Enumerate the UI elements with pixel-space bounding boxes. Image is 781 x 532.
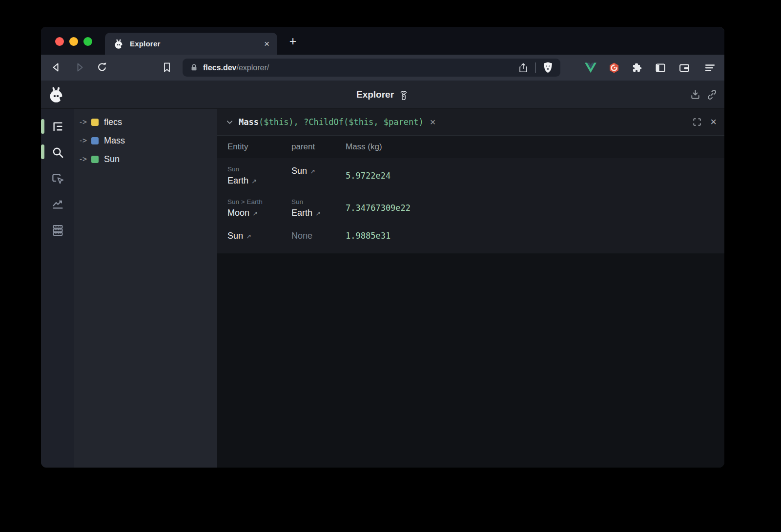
query-panel-active-indicator — [41, 144, 44, 159]
results-table-body: Sun Earth↗ Sun↗ 5.9722e24 Sun > Earth Mo… — [217, 158, 724, 253]
fullscreen-icon[interactable] — [692, 117, 702, 127]
sidebar-toggle-icon[interactable] — [655, 62, 666, 74]
query-keyword: Mass — [239, 117, 259, 127]
query-clear-icon[interactable]: × — [430, 117, 436, 127]
mass-value: 5.9722e24 — [346, 171, 724, 181]
table-row: Sun Earth↗ Sun↗ 5.9722e24 — [227, 164, 724, 187]
entity-cell: Sun > Earth Moon↗ — [227, 197, 291, 220]
query-panel-close-icon[interactable]: × — [710, 117, 717, 127]
url-domain: flecs.dev — [203, 63, 236, 72]
lock-icon — [190, 63, 198, 72]
entity-link[interactable]: Sun↗ — [227, 229, 291, 242]
table-row: Sun > Earth Moon↗ Sun Earth↗ 7.34767309e… — [227, 197, 724, 220]
download-icon[interactable] — [690, 89, 701, 100]
parent-cell: Sun Earth↗ — [291, 197, 346, 220]
mass-value: 7.34767309e22 — [346, 203, 724, 213]
query-expression[interactable]: Mass($this), ?ChildOf($this, $parent) — [239, 117, 424, 127]
extensions-puzzle-icon[interactable] — [631, 62, 643, 74]
entity-cell: Sun↗ — [227, 229, 291, 242]
results-empty-area — [217, 253, 724, 468]
vue-devtools-icon[interactable] — [585, 62, 596, 74]
chevron-down-icon[interactable] — [225, 118, 234, 127]
expand-arrow-icon[interactable]: -> — [79, 136, 86, 145]
parent-link[interactable]: Sun↗ — [291, 164, 346, 177]
tree-item-label[interactable]: Mass — [104, 136, 125, 146]
results-table-header: Entity parent Mass (kg) — [217, 136, 724, 158]
inspector-icon[interactable] — [51, 172, 64, 185]
parent-cell: Sun↗ — [291, 164, 346, 187]
url-path: /explorer/ — [236, 63, 269, 72]
entity-path: Sun — [227, 164, 291, 174]
entity-cell: Sun Earth↗ — [227, 164, 291, 187]
browser-menu-icon[interactable] — [704, 62, 716, 74]
zoom-window-button[interactable] — [83, 37, 92, 46]
external-link-icon: ↗ — [246, 233, 251, 240]
entity-color-square — [91, 137, 99, 144]
window-controls — [55, 37, 92, 46]
search-query-icon[interactable] — [51, 146, 64, 159]
app-header-actions — [690, 89, 718, 100]
new-tab-button[interactable]: + — [287, 35, 299, 48]
browser-toolbar: flecs.dev/explorer/ — [41, 55, 724, 81]
hexagon-extension-icon[interactable] — [608, 62, 620, 74]
table-row: Sun↗ None 1.9885e31 — [227, 229, 724, 242]
expand-arrow-icon[interactable]: -> — [79, 155, 86, 164]
flecs-favicon — [113, 39, 124, 49]
browser-window: Explorer × + — [41, 27, 724, 468]
external-link-icon: ↗ — [251, 178, 257, 185]
mass-value: 1.9885e31 — [346, 231, 724, 241]
tree-item-label[interactable]: Sun — [104, 154, 120, 164]
reload-icon[interactable] — [96, 61, 108, 73]
tree-item-flecs[interactable]: -> flecs — [74, 113, 217, 131]
tab-title: Explorer — [130, 40, 160, 48]
panel-rail — [41, 109, 74, 468]
app-title: Explorer — [356, 89, 394, 100]
external-link-icon: ↗ — [252, 210, 258, 217]
external-link-icon: ↗ — [315, 210, 321, 217]
remote-connection-icon[interactable] — [398, 89, 409, 101]
entity-color-square — [91, 119, 99, 126]
tab-close-icon[interactable]: × — [264, 39, 269, 48]
column-header-mass: Mass (kg) — [346, 142, 724, 152]
app-title-group: Explorer — [41, 81, 724, 109]
query-header: Mass($this), ?ChildOf($this, $parent) × … — [217, 109, 724, 136]
parent-path: Sun — [291, 197, 346, 207]
screenshot-stage: Explorer × + — [0, 0, 781, 532]
entity-color-square — [91, 156, 99, 163]
app-header: Explorer — [41, 81, 724, 109]
entity-link[interactable]: Moon↗ — [227, 206, 291, 219]
external-link-icon: ↗ — [310, 168, 315, 175]
share-icon[interactable] — [518, 62, 529, 73]
link-icon[interactable] — [706, 89, 718, 100]
minimize-window-button[interactable] — [69, 37, 78, 46]
wallet-icon[interactable] — [678, 62, 690, 74]
brave-shield-icon[interactable] — [542, 61, 554, 74]
tab-strip: Explorer × + — [41, 27, 724, 55]
parent-link[interactable]: Earth↗ — [291, 206, 346, 219]
close-window-button[interactable] — [55, 37, 64, 46]
stats-chart-icon[interactable] — [51, 198, 64, 211]
query-terms: ($this), ?ChildOf($this, $parent) — [259, 117, 424, 127]
query-panel: Mass($this), ?ChildOf($this, $parent) × … — [217, 109, 724, 468]
back-icon[interactable] — [50, 61, 62, 73]
parent-none: None — [291, 229, 346, 242]
tree-item-mass[interactable]: -> Mass — [74, 131, 217, 150]
forward-icon[interactable] — [74, 61, 85, 73]
tree-panel-active-indicator — [41, 119, 44, 134]
tree-view-icon[interactable] — [51, 120, 64, 133]
expand-arrow-icon[interactable]: -> — [79, 118, 86, 126]
memory-rows-icon[interactable] — [51, 224, 64, 237]
bookmark-icon[interactable] — [161, 61, 173, 73]
tree-item-label[interactable]: flecs — [104, 117, 122, 127]
entity-path: Sun > Earth — [227, 197, 291, 207]
tree-item-sun[interactable]: -> Sun — [74, 150, 217, 168]
column-header-parent: parent — [291, 142, 346, 152]
entity-link[interactable]: Earth↗ — [227, 174, 291, 187]
parent-cell: None — [291, 229, 346, 242]
main-area: -> flecs -> Mass -> Sun — [41, 109, 724, 468]
entity-tree-panel: -> flecs -> Mass -> Sun — [74, 109, 217, 468]
browser-tab[interactable]: Explorer × — [105, 33, 277, 55]
urlbar-divider — [535, 62, 536, 73]
url-bar[interactable]: flecs.dev/explorer/ — [183, 59, 560, 77]
column-header-entity: Entity — [227, 142, 291, 152]
